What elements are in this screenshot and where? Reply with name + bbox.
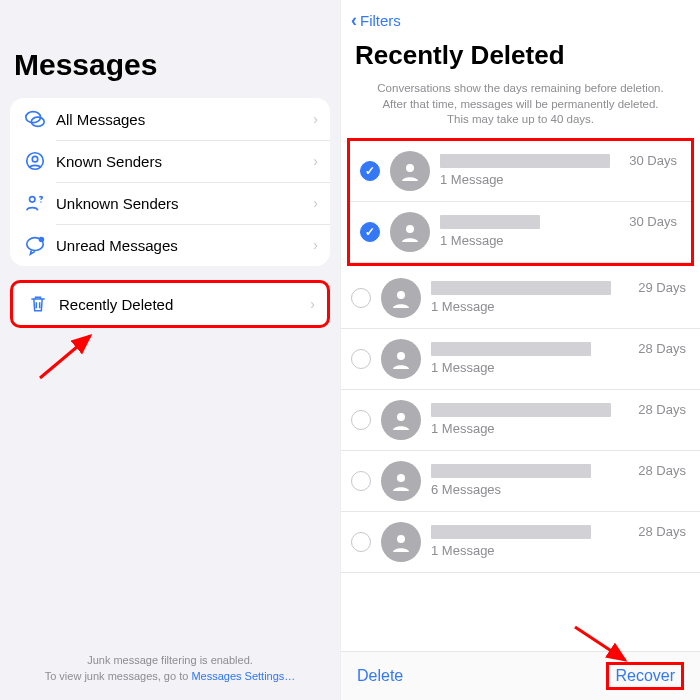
message-count: 6 Messages [431,482,686,497]
conversation-row[interactable]: 1 Message29 Days [341,268,700,329]
svg-point-14 [397,474,405,482]
svg-point-5 [40,201,41,202]
footer-line: Junk message filtering is enabled. [0,653,340,668]
select-checkbox[interactable] [360,222,380,242]
chat-dot-icon [22,234,48,256]
select-checkbox[interactable] [351,471,371,491]
footer-note: Junk message filtering is enabled. To vi… [0,653,340,684]
filter-label: Unread Messages [56,237,313,254]
annotation-arrow [30,328,110,392]
recently-deleted-pane: ‹ Filters Recently Deleted Conversations… [340,0,700,700]
avatar [390,151,430,191]
avatar [381,461,421,501]
conversation-row[interactable]: 1 Message28 Days [341,390,700,451]
select-checkbox[interactable] [360,161,380,181]
conversation-row[interactable]: 1 Message30 Days [350,141,691,202]
filter-unread-messages[interactable]: Unread Messages › [10,224,330,266]
filters-card: All Messages › Known Senders › Unknown S… [10,98,330,266]
redacted-name [431,464,591,478]
delete-button[interactable]: Delete [357,667,403,685]
svg-point-10 [406,225,414,233]
message-count: 1 Message [431,421,686,436]
svg-point-4 [30,197,36,203]
message-count: 1 Message [440,233,677,248]
message-count: 1 Message [431,543,686,558]
conversation-row[interactable]: 6 Messages28 Days [341,451,700,512]
filter-recently-deleted[interactable]: Recently Deleted › [13,283,327,325]
person-question-icon [22,192,48,214]
svg-point-13 [397,413,405,421]
svg-point-7 [39,237,44,243]
days-remaining: 28 Days [638,524,686,539]
trash-icon [25,294,51,314]
message-count: 1 Message [440,172,677,187]
conversation-row[interactable]: 1 Message28 Days [341,512,700,573]
back-label: Filters [360,12,401,29]
select-checkbox[interactable] [351,410,371,430]
chevron-right-icon: › [313,153,318,169]
chat-bubbles-icon [22,108,48,130]
avatar [381,339,421,379]
chevron-right-icon: › [310,296,315,312]
recently-deleted-card: Recently Deleted › [10,280,330,328]
days-remaining: 29 Days [638,280,686,295]
redacted-name [431,403,611,417]
person-circle-icon [22,150,48,172]
messages-filters-pane: Messages All Messages › Known Senders › … [0,0,340,700]
filter-all-messages[interactable]: All Messages › [10,98,330,140]
info-text: Conversations show the days remaining be… [341,79,700,138]
chevron-left-icon: ‹ [351,10,357,31]
select-checkbox[interactable] [351,532,371,552]
days-remaining: 28 Days [638,341,686,356]
page-title: Recently Deleted [355,40,686,71]
days-remaining: 30 Days [629,214,677,229]
redacted-name [431,525,591,539]
redacted-name [440,154,610,168]
svg-point-12 [397,352,405,360]
redacted-name [431,342,591,356]
days-remaining: 28 Days [638,402,686,417]
select-checkbox[interactable] [351,349,371,369]
selected-group-highlight: 1 Message30 Days1 Message30 Days [347,138,694,266]
svg-line-8 [40,336,90,378]
back-filters-button[interactable]: ‹ Filters [341,6,700,34]
chevron-right-icon: › [313,237,318,253]
filter-label: Known Senders [56,153,313,170]
redacted-name [440,215,540,229]
avatar [381,400,421,440]
days-remaining: 28 Days [638,463,686,478]
message-count: 1 Message [431,299,686,314]
avatar [381,522,421,562]
days-remaining: 30 Days [629,153,677,168]
page-title: Messages [14,48,330,82]
recover-button[interactable]: Recover [606,662,684,690]
avatar [381,278,421,318]
svg-point-11 [397,291,405,299]
filter-label: All Messages [56,111,313,128]
conversation-row[interactable]: 1 Message30 Days [350,202,691,263]
avatar [390,212,430,252]
conversation-row[interactable]: 1 Message28 Days [341,329,700,390]
footer-line: To view junk messages, go to Messages Se… [0,669,340,684]
svg-point-15 [397,535,405,543]
svg-point-3 [32,156,38,162]
messages-settings-link[interactable]: Messages Settings… [191,670,295,682]
bottom-toolbar: Delete Recover [341,651,700,700]
select-checkbox[interactable] [351,288,371,308]
filter-label: Unknown Senders [56,195,313,212]
filter-label: Recently Deleted [59,296,310,313]
deleted-conversation-list: 1 Message30 Days1 Message30 Days1 Messag… [341,138,700,651]
filter-unknown-senders[interactable]: Unknown Senders › [10,182,330,224]
chevron-right-icon: › [313,195,318,211]
redacted-name [431,281,611,295]
chevron-right-icon: › [313,111,318,127]
message-count: 1 Message [431,360,686,375]
filter-known-senders[interactable]: Known Senders › [10,140,330,182]
svg-point-9 [406,164,414,172]
